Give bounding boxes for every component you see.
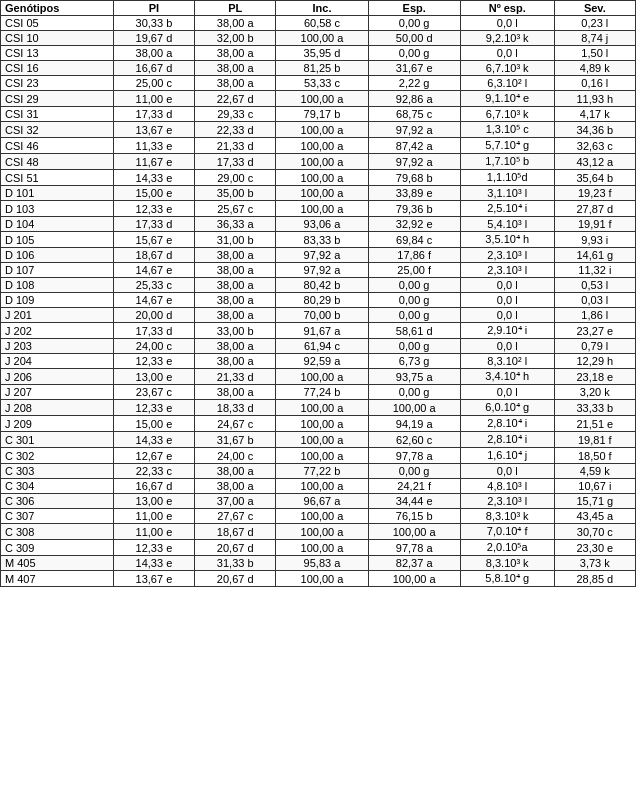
table-row: C 30114,33 e31,67 b100,00 a62,60 c2,8.10… [1,432,636,448]
cell-24-1: 23,67 c [113,385,194,400]
cell-13-1: 17,33 d [113,217,194,232]
cell-19-3: 70,00 b [276,308,368,323]
cell-27-3: 100,00 a [276,432,368,448]
cell-25-3: 100,00 a [276,400,368,416]
cell-8-0: CSI 46 [1,138,114,154]
table-row: CSI 3213,67 e22,33 d100,00 a97,92 a1,3.1… [1,122,636,138]
cell-27-6: 19,81 f [554,432,635,448]
cell-28-1: 12,67 e [113,448,194,464]
cell-15-5: 2,3.10³ l [460,248,554,263]
cell-21-5: 0,0 l [460,339,554,354]
cell-20-6: 23,27 e [554,323,635,339]
cell-24-0: J 207 [1,385,114,400]
cell-23-1: 13,00 e [113,369,194,385]
data-table: GenótiposPIPLInc.Esp.Nº esp.Sev. CSI 053… [0,0,636,587]
cell-26-4: 94,19 a [368,416,460,432]
cell-5-4: 92,86 a [368,91,460,107]
cell-6-0: CSI 31 [1,107,114,122]
cell-22-4: 6,73 g [368,354,460,369]
col-header-2: PL [195,1,276,16]
cell-10-3: 100,00 a [276,170,368,186]
col-header-3: Inc. [276,1,368,16]
cell-19-2: 38,00 a [195,308,276,323]
cell-4-0: CSI 23 [1,76,114,91]
cell-0-0: CSI 05 [1,16,114,31]
cell-3-3: 81,25 b [276,61,368,76]
cell-21-2: 38,00 a [195,339,276,354]
cell-11-6: 19,23 f [554,186,635,201]
cell-27-1: 14,33 e [113,432,194,448]
table-row: C 30811,00 e18,67 d100,00 a100,00 a7,0.1… [1,524,636,540]
cell-7-4: 97,92 a [368,122,460,138]
col-header-6: Sev. [554,1,635,16]
cell-2-3: 35,95 d [276,46,368,61]
cell-35-5: 8,3.10³ k [460,556,554,571]
cell-2-6: 1,50 l [554,46,635,61]
cell-29-0: C 303 [1,464,114,479]
cell-30-1: 16,67 d [113,479,194,494]
cell-34-3: 100,00 a [276,540,368,556]
cell-32-3: 100,00 a [276,509,368,524]
cell-3-5: 6,7.10³ k [460,61,554,76]
cell-17-4: 0,00 g [368,278,460,293]
table-row: J 20217,33 d33,00 b91,67 a58,61 d2,9.10⁴… [1,323,636,339]
cell-25-1: 12,33 e [113,400,194,416]
cell-30-4: 24,21 f [368,479,460,494]
cell-9-1: 11,67 e [113,154,194,170]
cell-19-6: 1,86 l [554,308,635,323]
cell-17-5: 0,0 l [460,278,554,293]
cell-16-3: 97,92 a [276,263,368,278]
cell-1-1: 19,67 d [113,31,194,46]
cell-23-3: 100,00 a [276,369,368,385]
cell-16-4: 25,00 f [368,263,460,278]
cell-1-3: 100,00 a [276,31,368,46]
cell-32-6: 43,45 a [554,509,635,524]
table-row: D 10515,67 e31,00 b83,33 b69,84 c3,5.10⁴… [1,232,636,248]
table-row: J 20723,67 c38,00 a77,24 b0,00 g0,0 l3,2… [1,385,636,400]
cell-14-3: 83,33 b [276,232,368,248]
table-row: C 30912,33 e20,67 d100,00 a97,78 a2,0.10… [1,540,636,556]
cell-14-0: D 105 [1,232,114,248]
cell-18-0: D 109 [1,293,114,308]
cell-16-6: 11,32 i [554,263,635,278]
cell-8-6: 32,63 c [554,138,635,154]
cell-28-5: 1,6.10⁴ j [460,448,554,464]
cell-33-3: 100,00 a [276,524,368,540]
cell-28-2: 24,00 c [195,448,276,464]
cell-34-5: 2,0.10⁵a [460,540,554,556]
cell-6-3: 79,17 b [276,107,368,122]
cell-0-5: 0,0 l [460,16,554,31]
cell-36-2: 20,67 d [195,571,276,587]
cell-0-6: 0,23 l [554,16,635,31]
col-header-1: PI [113,1,194,16]
table-row: D 10825,33 c38,00 a80,42 b0,00 g0,0 l0,5… [1,278,636,293]
cell-0-3: 60,58 c [276,16,368,31]
cell-25-5: 6,0.10⁴ g [460,400,554,416]
cell-35-3: 95,83 a [276,556,368,571]
cell-4-1: 25,00 c [113,76,194,91]
cell-24-5: 0,0 l [460,385,554,400]
cell-4-3: 53,33 c [276,76,368,91]
cell-18-3: 80,29 b [276,293,368,308]
cell-18-2: 38,00 a [195,293,276,308]
cell-24-3: 77,24 b [276,385,368,400]
cell-12-1: 12,33 e [113,201,194,217]
cell-30-6: 10,67 i [554,479,635,494]
cell-13-3: 93,06 a [276,217,368,232]
cell-10-4: 79,68 b [368,170,460,186]
cell-18-4: 0,00 g [368,293,460,308]
cell-27-5: 2,8.10⁴ i [460,432,554,448]
cell-5-3: 100,00 a [276,91,368,107]
cell-19-4: 0,00 g [368,308,460,323]
cell-35-0: M 405 [1,556,114,571]
cell-18-5: 0,0 l [460,293,554,308]
cell-15-6: 14,61 g [554,248,635,263]
cell-12-3: 100,00 a [276,201,368,217]
cell-9-3: 100,00 a [276,154,368,170]
table-row: CSI 1338,00 a38,00 a35,95 d0,00 g0,0 l1,… [1,46,636,61]
table-row: J 20324,00 c38,00 a61,94 c0,00 g0,0 l0,7… [1,339,636,354]
cell-5-1: 11,00 e [113,91,194,107]
cell-12-5: 2,5.10⁴ i [460,201,554,217]
table-row: J 20812,33 e18,33 d100,00 a100,00 a6,0.1… [1,400,636,416]
cell-8-4: 87,42 a [368,138,460,154]
